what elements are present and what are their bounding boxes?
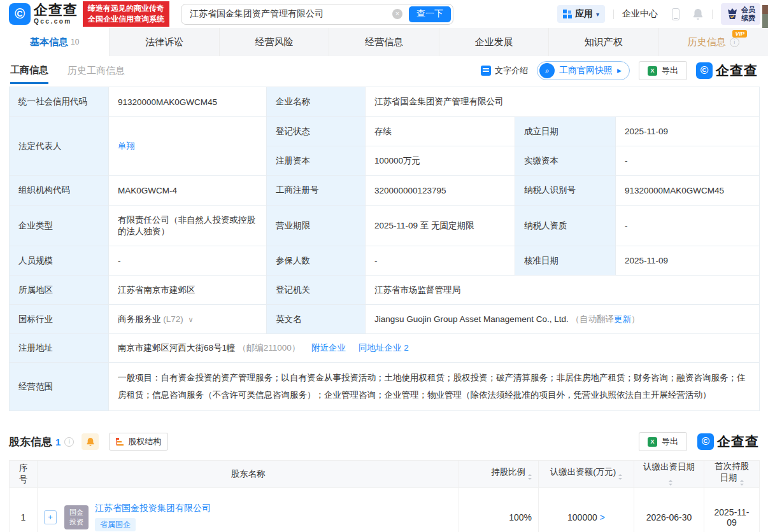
info-icon[interactable]: i <box>64 437 74 447</box>
export-button[interactable]: X 导出 <box>639 61 687 80</box>
table-row: 国标行业 商务服务业 (L72) ∨ 英文名 Jiangsu Guojin Gr… <box>10 305 760 334</box>
text-intro-button[interactable]: 文字介绍 <box>481 65 528 76</box>
field-value: 单翔 <box>109 117 267 176</box>
field-label: 人员规模 <box>10 246 109 276</box>
shareholders-count: 1 <box>55 437 60 447</box>
field-value: 商务服务业 (L72) ∨ <box>109 305 267 334</box>
shareholder-name-link[interactable]: 江苏省国金投资集团有限公司 <box>95 503 211 513</box>
nearby-companies-link[interactable]: 附近企业 <box>311 343 346 353</box>
amount-detail-link[interactable]: > <box>600 512 605 522</box>
tab-operating-risk[interactable]: 经营风险 <box>219 28 329 56</box>
qcc-watermark-logo: © 企查查 <box>696 62 758 80</box>
search-input[interactable] <box>183 9 392 19</box>
qcc-icon: © <box>697 433 714 450</box>
sort-icon[interactable] <box>528 472 532 482</box>
shareholders-title: 股东信息 <box>9 435 52 449</box>
tab-intellectual-property[interactable]: 知识产权 <box>548 28 658 56</box>
table-row: 人员规模 - 参保人数 - 核准日期 2025-11-09 <box>10 246 760 276</box>
field-label: 英文名 <box>267 305 366 334</box>
field-label: 组织机构代码 <box>10 176 109 206</box>
field-label: 注册地址 <box>10 334 109 363</box>
legal-rep-link[interactable]: 单翔 <box>118 141 135 151</box>
toolbar: 文字介绍 ⌕ 工商官网快照 ▶ X 导出 © 企查查 <box>481 61 758 80</box>
search-button[interactable]: 查一下 <box>409 6 451 22</box>
field-value: - <box>366 246 515 276</box>
shareholder-tag: 省属国企 <box>95 518 136 531</box>
row-ratio: 100% <box>459 488 539 532</box>
table-row: 法定代表人 单翔 登记状态 存续 成立日期 2025-11-09 <box>10 117 760 146</box>
slogan-banner: 缔造有远见的商业传奇 全国企业信用查询系统 <box>83 1 169 27</box>
postcode: （邮编211000） <box>238 343 300 353</box>
col-shareholder-name: 股东名称 <box>38 461 459 488</box>
scrollbar-thumb[interactable] <box>762 14 768 28</box>
slogan-line2: 全国企业信用查询系统 <box>88 14 164 25</box>
field-value: 江苏省国金集团资产管理有限公司 <box>366 87 760 117</box>
col-seq: 序号 <box>10 461 38 488</box>
field-label: 参保人数 <box>267 246 366 276</box>
field-value: 2025-11-09 至 无固定期限 <box>366 206 515 246</box>
field-label: 核准日期 <box>515 246 616 276</box>
translate-update-link[interactable]: 更新 <box>614 314 631 324</box>
field-label: 所属地区 <box>10 276 109 305</box>
field-label: 工商注册号 <box>267 176 366 206</box>
shareholder-row: 1 + 国金 投资 江苏省国金投资集团有限公司 省属国企 100 <box>10 488 760 532</box>
field-value: - <box>109 246 267 276</box>
official-snapshot-button[interactable]: ⌕ 工商官网快照 ▶ <box>537 61 630 80</box>
tab-basic-info[interactable]: 基本信息 10 <box>0 28 109 56</box>
sort-icon[interactable] <box>740 478 744 487</box>
clear-search-icon[interactable]: × <box>392 9 402 19</box>
tab-operating-info[interactable]: 经营信息 <box>329 28 438 56</box>
tab-enterprise-development[interactable]: 企业发展 <box>439 28 548 56</box>
col-first-hold-date: 首次持股日期 <box>704 461 760 488</box>
tab-legal-litigation[interactable]: 法律诉讼 <box>109 28 218 56</box>
info-icon[interactable]: i <box>730 38 739 47</box>
field-label: 法定代表人 <box>10 117 109 176</box>
mobile-app-icon[interactable] <box>672 8 679 20</box>
field-label: 登记状态 <box>267 117 366 146</box>
apps-label: 应用 <box>575 8 593 20</box>
field-value: 2025-11-09 <box>616 246 760 276</box>
field-value: 100000万元 <box>366 146 515 176</box>
top-nav: 应用 ▾ 企业中心 会员 续费 <box>557 3 760 25</box>
vip-crown-icon <box>726 8 739 20</box>
field-value: 91320000MAK0GWCM45 <box>616 176 760 206</box>
expand-row-button[interactable]: + <box>44 510 57 524</box>
sub-tab-bar: 工商信息 历史工商信息 文字介绍 ⌕ 工商官网快照 ▶ X 导出 © 企查查 <box>0 56 768 85</box>
shareholders-section-header: 股东信息 1 i 股权结构 X 导出 © 企查查 <box>9 431 759 452</box>
divider <box>613 10 614 19</box>
col-ratio: 持股比例 <box>459 461 539 488</box>
same-address-companies-link[interactable]: 同地址企业 2 <box>359 343 409 353</box>
member-renew-button[interactable]: 会员 续费 <box>721 3 760 25</box>
field-value: 存续 <box>366 117 515 146</box>
tab-history-info[interactable]: VIP 历史信息 i <box>658 28 768 56</box>
scrollbar-thumb[interactable] <box>762 5 768 14</box>
subtab-business-info[interactable]: 工商信息 <box>10 56 48 85</box>
document-icon <box>481 66 491 76</box>
subscribe-bell-icon[interactable] <box>82 433 99 450</box>
member-line2: 续费 <box>741 14 755 22</box>
table-row: 所属地区 江苏省南京市建邺区 登记机关 江苏省市场监督管理局 <box>10 276 760 305</box>
qcc-logo[interactable]: © 企查查 Qcc.com <box>9 3 78 25</box>
field-value: 南京市建邺区河西大街68号1幢 （邮编211000） 附近企业 同地址企业 2 <box>109 334 760 363</box>
enterprise-center-link[interactable]: 企业中心 <box>622 8 658 20</box>
field-value: 有限责任公司（非自然人投资或控股的法人独资） <box>109 206 267 246</box>
equity-structure-button[interactable]: 股权结构 <box>109 433 168 451</box>
business-scope-value: 一般项目：自有资金投资的资产管理服务；以自有资金从事投资活动；土地使用权租赁；股… <box>109 363 760 411</box>
notification-bell-icon[interactable] <box>692 8 704 20</box>
chevron-down-icon[interactable]: ∨ <box>188 316 194 323</box>
logo-name: 企查查 <box>34 3 78 17</box>
apps-menu-button[interactable]: 应用 ▾ <box>557 5 605 23</box>
table-row: 统一社会信用代码 91320000MAK0GWCM45 企业名称 江苏省国金集团… <box>10 87 760 117</box>
tab-basic-info-count: 10 <box>71 38 79 46</box>
field-label: 实缴资本 <box>515 146 616 176</box>
sort-icon[interactable] <box>618 472 622 482</box>
subtab-history-business-info[interactable]: 历史工商信息 <box>68 65 125 77</box>
col-subscribed-amount: 认缴出资额(万元) <box>539 461 634 488</box>
sort-icon[interactable] <box>669 478 672 487</box>
top-header-bar: © 企查查 Qcc.com 缔造有远见的商业传奇 全国企业信用查询系统 × 查一… <box>0 0 768 28</box>
field-value: 江苏省市场监督管理局 <box>366 276 760 305</box>
shareholders-export-button[interactable]: X 导出 <box>639 432 687 451</box>
table-row: 企业类型 有限责任公司（非自然人投资或控股的法人独资） 营业期限 2025-11… <box>10 206 760 246</box>
qcc-icon: © <box>696 62 713 79</box>
play-icon: ▶ <box>617 67 622 74</box>
